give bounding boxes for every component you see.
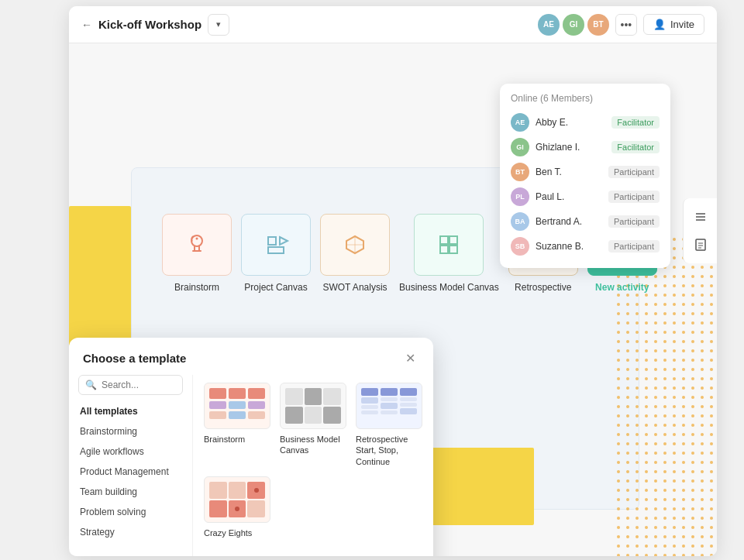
document-view-button[interactable]: [688, 232, 713, 257]
modal-title: Choose a template: [83, 352, 186, 365]
svg-rect-20: [696, 239, 705, 250]
tpl-business-model[interactable]: Business Model Canvas: [280, 383, 346, 467]
brainstorm-svg-icon: [182, 230, 212, 259]
swot-label: SWOT Analysis: [322, 282, 387, 293]
ellipsis-icon: •••: [621, 19, 632, 31]
project-canvas-icon-bg: [241, 214, 311, 276]
tpl-business-thumb: [280, 383, 346, 429]
cat-all-templates[interactable]: All templates: [69, 401, 192, 421]
modal-header: Choose a template ✕: [69, 338, 433, 375]
avatar-group: AE GI BT: [538, 14, 609, 36]
svg-point-3: [196, 238, 198, 240]
business-model-icon-bg: [414, 214, 484, 276]
member-avatar-bt: BT: [511, 163, 529, 181]
template-grid: Brainstorm Bus: [204, 383, 422, 538]
invite-button[interactable]: 👤 Invite: [643, 14, 704, 35]
brainstorm-icon-bg: [162, 214, 232, 276]
search-icon: 🔍: [85, 380, 97, 390]
member-role-pl: Participant: [608, 191, 660, 203]
member-role-bt: Participant: [608, 166, 660, 178]
project-canvas-label: Project Canvas: [244, 282, 307, 293]
page-title: Kick-off Workshop: [98, 18, 202, 31]
project-canvas-svg-icon: [261, 230, 291, 259]
modal-body: 🔍 All templates Brainstorming Agile work…: [69, 375, 433, 556]
cat-brainstorming[interactable]: Brainstorming: [69, 421, 192, 441]
member-role-sb: Participant: [608, 240, 660, 253]
member-row-pl: PL Paul L. Participant: [500, 184, 670, 209]
member-row-gi: GI Ghizlane I. Facilitator: [500, 135, 670, 160]
modal-search: 🔍: [78, 375, 183, 395]
svg-point-2: [191, 235, 202, 246]
svg-rect-12: [440, 246, 448, 253]
member-name-bt: Ben T.: [536, 167, 602, 177]
header-right: AE GI BT ••• 👤 Invite: [538, 14, 704, 36]
member-row-ba: BA Bertrand A. Participant: [500, 209, 670, 234]
member-name-pl: Paul L.: [536, 191, 602, 202]
member-row-ae: AE Abby E. Facilitator: [500, 110, 670, 135]
business-model-svg-icon: [434, 230, 463, 259]
search-input[interactable]: [102, 380, 176, 390]
template-card-project-canvas[interactable]: Project Canvas: [241, 214, 311, 293]
tpl-retro[interactable]: Retrospective Start, Stop, Continue: [356, 383, 422, 467]
tpl-brainstorm-thumb: [204, 383, 270, 429]
title-dropdown-button[interactable]: ▾: [208, 14, 229, 36]
cat-team-building[interactable]: Team building: [69, 482, 192, 502]
header: ← Kick-off Workshop ▾ AE GI BT ••• 👤 Inv…: [69, 6, 717, 43]
tpl-brainstorm-name: Brainstorm: [204, 434, 270, 445]
modal-template-grid: Brainstorm Bus: [193, 375, 433, 556]
canvas-area: Brainstorm Project Canvas: [69, 43, 717, 556]
list-view-button[interactable]: [688, 204, 713, 229]
svg-rect-11: [450, 236, 457, 244]
new-activity-label: New activity: [595, 282, 649, 293]
template-modal: Choose a template ✕ 🔍 All templates Brai…: [69, 338, 433, 556]
member-role-ba: Participant: [608, 215, 660, 228]
cat-problem-solving[interactable]: Problem solving: [69, 502, 192, 522]
tpl-crazy-eights[interactable]: Crazy Eights: [204, 476, 270, 538]
right-sidebar: [683, 198, 717, 263]
member-name-sb: Suzanne B.: [536, 241, 602, 252]
tpl-business-name: Business Model Canvas: [280, 434, 346, 456]
invite-label: Invite: [670, 19, 694, 30]
member-role-ae: Facilitator: [611, 116, 660, 129]
member-role-gi: Facilitator: [611, 141, 660, 153]
avatar-ae[interactable]: AE: [538, 14, 560, 36]
template-card-swot[interactable]: SWOT Analysis: [320, 214, 390, 293]
app-window: ← Kick-off Workshop ▾ AE GI BT ••• 👤 Inv…: [69, 6, 717, 556]
list-icon: [694, 210, 708, 224]
business-model-label: Business Model Canvas: [399, 282, 499, 293]
header-left: ← Kick-off Workshop ▾: [81, 14, 538, 36]
chevron-down-icon: ▾: [216, 19, 221, 29]
retrospective-label: Retrospective: [515, 282, 571, 293]
member-avatar-ae: AE: [511, 113, 529, 132]
member-avatar-pl: PL: [511, 187, 529, 206]
member-avatar-sb: SB: [511, 237, 529, 256]
template-card-brainstorm[interactable]: Brainstorm: [162, 214, 232, 293]
tpl-retro-thumb: [356, 383, 422, 429]
members-popup: Online (6 Members) AE Abby E. Facilitato…: [500, 84, 670, 268]
swot-svg-icon: [340, 230, 370, 259]
document-icon: [694, 238, 708, 252]
svg-rect-10: [440, 236, 448, 244]
svg-marker-5: [280, 237, 288, 245]
svg-rect-6: [268, 247, 284, 253]
back-button[interactable]: ←: [81, 19, 92, 31]
cat-agile-workflows[interactable]: Agile workflows: [69, 441, 192, 462]
svg-rect-4: [268, 237, 276, 245]
member-avatar-gi: GI: [511, 138, 529, 156]
member-name-ba: Bertrand A.: [536, 216, 602, 227]
member-name-ae: Abby E.: [536, 117, 605, 128]
member-name-gi: Ghizlane I.: [536, 142, 605, 153]
tpl-crazy-name: Crazy Eights: [204, 527, 270, 538]
tpl-brainstorm[interactable]: Brainstorm: [204, 383, 270, 467]
modal-sidebar: 🔍 All templates Brainstorming Agile work…: [69, 375, 193, 556]
members-popup-title: Online (6 Members): [500, 93, 670, 110]
more-options-button[interactable]: •••: [615, 14, 637, 36]
brainstorm-label: Brainstorm: [174, 282, 219, 293]
avatar-gi[interactable]: GI: [563, 14, 584, 36]
cat-strategy[interactable]: Strategy: [69, 522, 192, 542]
modal-close-button[interactable]: ✕: [401, 349, 419, 367]
cat-product-management[interactable]: Product Management: [69, 462, 192, 482]
tpl-crazy-thumb: [204, 476, 270, 523]
template-card-business-model[interactable]: Business Model Canvas: [399, 214, 499, 293]
avatar-bt[interactable]: BT: [587, 14, 609, 36]
